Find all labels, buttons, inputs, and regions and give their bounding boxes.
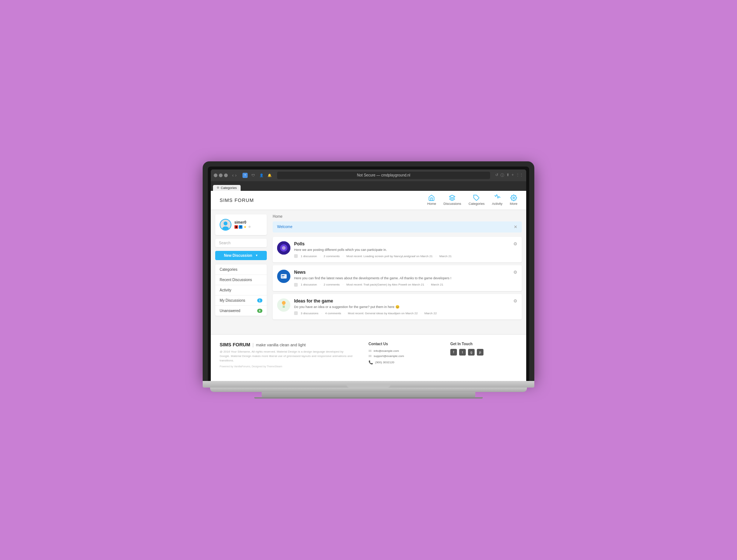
ideas-discussion-count: 3 discussions xyxy=(301,312,318,315)
polls-meta-icon xyxy=(294,254,298,258)
ideas-avatar-image xyxy=(277,298,290,312)
polls-desc: Here we are posting different polls whic… xyxy=(294,248,510,252)
browser-tab[interactable]: Categories xyxy=(213,185,241,191)
news-comment-count: 2 comments xyxy=(324,283,340,286)
news-gear-icon[interactable]: ⚙ xyxy=(513,270,517,275)
categories-icon xyxy=(473,195,480,201)
ideas-gear-icon[interactable]: ⚙ xyxy=(513,298,517,304)
discussion-card-ideas: Ideas for the game Do you have an idea o… xyxy=(273,294,522,320)
badge-star: ★ xyxy=(243,225,247,229)
welcome-banner: Welcome ✕ xyxy=(273,221,522,232)
sidebar-item-unanswered[interactable]: Unanswered 8 xyxy=(215,306,267,316)
svg-point-2 xyxy=(513,197,514,199)
sidebar-my-discussions-label: My Discussions xyxy=(220,298,245,302)
unanswered-count: 8 xyxy=(257,309,262,313)
sidebar-menu: Categories Recent Discussions Activity M… xyxy=(215,265,267,316)
polls-gear-icon[interactable]: ⚙ xyxy=(513,241,517,246)
back-arrow[interactable]: ‹ xyxy=(232,173,234,178)
polls-date: March 21 xyxy=(439,255,451,258)
forward-arrow[interactable]: › xyxy=(235,173,237,178)
footer-powered: Powered by VanillaForums, Designed by Th… xyxy=(220,365,354,368)
new-discussion-button[interactable]: New Discussion ▼ xyxy=(215,251,267,260)
ideas-most-recent: Most recent: General ideas by klaudijam … xyxy=(348,312,418,315)
ideas-meta-icon xyxy=(294,311,298,315)
footer-touch-title: Get In Touch xyxy=(450,342,517,346)
new-tab-icon[interactable]: + xyxy=(511,173,514,178)
sidebar-unanswered-label: Unanswered xyxy=(220,309,240,313)
nav-item-categories[interactable]: Categories xyxy=(468,195,485,206)
ideas-body: Ideas for the game Do you have an idea o… xyxy=(294,298,510,315)
news-desc: Here you can find the latest news about … xyxy=(294,276,510,281)
nav-item-discussions[interactable]: Discussions xyxy=(443,195,461,206)
laptop-bottom-bar xyxy=(210,388,527,392)
address-bar[interactable]: Not Secure — cmdplayground.nl xyxy=(277,172,490,179)
nav-arrows: ‹ › xyxy=(232,173,237,178)
social-facebook[interactable]: f xyxy=(450,349,457,356)
email-icon-1: ✉ xyxy=(368,349,371,353)
tab-label: Categories xyxy=(221,186,237,190)
social-google[interactable]: g xyxy=(468,349,475,356)
sidebar-item-my-discussions[interactable]: My Discussions 1 xyxy=(215,295,267,306)
polls-most-recent: Most recent: Loading screen poll by Nanc… xyxy=(346,255,433,258)
ideas-desc: Do you have an idea or a suggestion for … xyxy=(294,305,510,309)
svg-point-14 xyxy=(282,301,286,305)
sidebar-item-activity[interactable]: Activity xyxy=(215,285,267,295)
social-twitter[interactable]: t xyxy=(459,349,466,356)
extension-icon-3[interactable]: 👤 xyxy=(259,173,264,178)
nav-item-more[interactable]: More xyxy=(510,195,517,206)
url-text: Not Secure — cmdplayground.nl xyxy=(357,173,411,177)
breadcrumb: Home xyxy=(273,214,522,218)
footer-contact-title: Contact Us xyxy=(368,342,436,346)
refresh-icon[interactable]: ↺ xyxy=(495,173,498,178)
footer-touch: Get In Touch f t g p xyxy=(450,342,517,368)
footer-email-2: ✉ support@example.com xyxy=(368,354,436,358)
sidebar-item-categories[interactable]: Categories xyxy=(215,265,267,275)
news-body: News Here you can find the latest news a… xyxy=(294,270,510,287)
svg-point-8 xyxy=(282,246,286,250)
extension-icon-1[interactable]: ? xyxy=(242,173,248,178)
discussion-card-news: News Here you can find the latest news a… xyxy=(273,265,522,291)
main-layout: simer0 ▣ ✉ ★ ⚙ xyxy=(211,210,526,327)
news-title[interactable]: News xyxy=(294,270,510,275)
polls-comment-count: 2 comments xyxy=(324,255,340,258)
nav-item-activity[interactable]: Activity xyxy=(492,195,503,206)
laptop-foot xyxy=(254,397,483,399)
ideas-meta: 3 discussions · 4 comments · Most recent… xyxy=(294,311,510,315)
extensions-icon[interactable]: ⋮⋮ xyxy=(516,173,523,178)
polls-avatar xyxy=(277,241,290,255)
sidebar-categories-label: Categories xyxy=(220,267,237,272)
browser-toolbar: ‹ › ? 🛡 👤 🔔 Not Secure — cmdplayground.n… xyxy=(211,169,526,181)
svg-rect-16 xyxy=(283,305,285,306)
sidebar-activity-label: Activity xyxy=(220,288,231,292)
social-pinterest[interactable]: p xyxy=(477,349,483,356)
search-placeholder: Search xyxy=(219,241,231,245)
dropdown-arrow: ▼ xyxy=(255,254,258,257)
info-icon[interactable]: ⓘ xyxy=(500,173,504,178)
window-maximize-btn[interactable] xyxy=(224,174,228,177)
discussion-card-polls: Polls Here we are posting different poll… xyxy=(273,237,522,263)
forum-logo: SIMS FORUM xyxy=(220,197,254,203)
svg-rect-10 xyxy=(281,274,287,279)
window-close-btn[interactable] xyxy=(214,174,217,177)
window-minimize-btn[interactable] xyxy=(219,174,223,177)
avatar xyxy=(220,219,231,231)
svg-rect-15 xyxy=(283,306,285,308)
laptop-stand xyxy=(262,392,475,397)
nav-item-home[interactable]: Home xyxy=(427,195,436,206)
svg-point-4 xyxy=(224,221,228,225)
footer-brand: SIMS FORUM | make vanilla clean and ligh… xyxy=(220,342,354,368)
welcome-close-button[interactable]: ✕ xyxy=(514,224,517,230)
share-icon[interactable]: ⬆ xyxy=(506,173,509,178)
ideas-avatar xyxy=(277,298,290,312)
user-badges: ▣ ✉ ★ ⚙ xyxy=(234,225,262,229)
extension-icon-4[interactable]: 🔔 xyxy=(267,173,272,178)
sidebar-recent-label: Recent Discussions xyxy=(220,278,252,282)
extension-icon-2[interactable]: 🛡 xyxy=(251,173,256,178)
search-box[interactable]: Search xyxy=(215,239,267,247)
badge-mail: ✉ xyxy=(239,225,242,229)
sidebar-item-recent-discussions[interactable]: Recent Discussions xyxy=(215,275,267,285)
content-area: Home Welcome ✕ xyxy=(273,214,522,323)
ideas-title[interactable]: Ideas for the game xyxy=(294,298,510,304)
news-discussion-count: 1 discussion xyxy=(301,283,317,286)
polls-title[interactable]: Polls xyxy=(294,241,510,246)
